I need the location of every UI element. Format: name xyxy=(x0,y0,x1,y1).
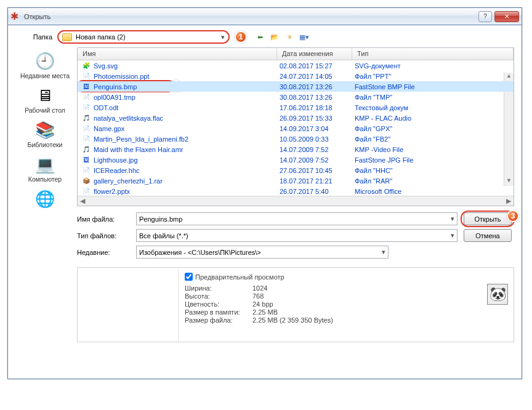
column-name[interactable]: Имя xyxy=(78,48,277,60)
file-date: 10.05.2009 0:33 xyxy=(280,135,355,143)
column-date[interactable]: Дата изменения xyxy=(277,48,352,60)
file-type: FastStone JPG File xyxy=(355,156,514,164)
file-name: natalya_vetlitskaya.flac xyxy=(94,115,280,122)
list-header[interactable]: Имя Дата изменения Тип xyxy=(78,48,514,60)
file-type: Файл "FB2" xyxy=(355,135,514,143)
file-date: 18.07.2017 21:21 xyxy=(280,177,355,185)
horizontal-scrollbar[interactable]: ◀▶ xyxy=(78,196,514,206)
toolbar-icons: ⬅ 📂 ✳ ▦▾ xyxy=(254,31,310,42)
file-name: Penguins.bmp xyxy=(94,83,280,90)
file-name: Svg.svg xyxy=(94,62,280,70)
desktop-icon: 🖥 xyxy=(35,86,55,105)
file-row[interactable]: 📄Name.gpx14.09.2017 3:04Файл "GPX" xyxy=(78,123,514,134)
file-date: 14.07.2009 7:52 xyxy=(280,146,355,153)
view-menu-icon[interactable]: ▦▾ xyxy=(299,31,310,42)
folder-row: Папка Новая папка (2) ▾ 1 ⬅ 📂 ✳ ▦▾ xyxy=(15,30,514,44)
file-icon: 📦 xyxy=(81,177,91,185)
place-desktop[interactable]: 🖥Рабочий стол xyxy=(18,83,72,116)
file-icon: 🎵 xyxy=(81,145,91,154)
help-button[interactable]: ? xyxy=(478,11,492,22)
open-button[interactable]: Открыть xyxy=(464,212,512,225)
file-type: KMP - FLAC Audio xyxy=(355,115,514,122)
chevron-down-icon[interactable]: ▾ xyxy=(451,215,454,223)
preview-checkbox[interactable]: Предварительный просмотр xyxy=(185,273,284,281)
file-type: SVG-документ xyxy=(355,62,514,70)
file-row[interactable]: 🧩Svg.svg02.08.2017 15:27SVG-документ xyxy=(78,60,514,71)
app-icon: ✱ xyxy=(10,12,20,22)
file-icon: 🖼 xyxy=(81,156,91,164)
new-folder-icon[interactable]: ✳ xyxy=(284,31,295,42)
file-icon: 🎵 xyxy=(81,114,91,123)
filename-label: Имя файла: xyxy=(77,215,130,223)
file-icon: 📄 xyxy=(81,124,91,133)
file-row[interactable]: 📄Martin_Pesn_lda_i_plameni.fb210.05.2009… xyxy=(78,134,514,144)
folder-icon xyxy=(62,33,72,41)
file-icon: 🖼 xyxy=(81,82,91,91)
file-icon: 📄 xyxy=(81,103,91,112)
file-date: 30.08.2017 13:26 xyxy=(280,94,355,101)
libraries-icon: 📚 xyxy=(35,120,55,140)
chevron-down-icon: ▾ xyxy=(221,33,225,41)
file-date: 17.06.2017 18:18 xyxy=(280,104,355,111)
back-icon[interactable]: ⬅ xyxy=(254,31,265,42)
filename-input[interactable]: Penguins.bmp▾ xyxy=(136,212,457,225)
file-row[interactable]: 📄ODT.odt17.06.2017 18:18Текстовый докум xyxy=(78,102,514,113)
file-row[interactable]: 🖼Penguins.bmp30.08.2017 13:26FastStone B… xyxy=(78,81,514,92)
list-rows[interactable]: ▲▼ 🧩Svg.svg02.08.2017 15:27SVG-документ📄… xyxy=(78,60,514,196)
cancel-button[interactable]: Отмена xyxy=(464,229,512,242)
chevron-down-icon[interactable]: ▾ xyxy=(451,231,454,239)
file-name: Lighthouse.jpg xyxy=(94,156,280,164)
file-date: 26.09.2017 15:33 xyxy=(280,115,355,122)
file-type: Файл "RAR" xyxy=(355,177,514,185)
file-row[interactable]: 📄opl00A91.tmp30.08.2017 13:26Файл "TMP" xyxy=(78,92,514,102)
file-date: 27.06.2017 10:45 xyxy=(280,167,355,174)
network-icon: 🌐 xyxy=(35,189,55,209)
preview-table: Ширина:1024 Высота:768 Цветность:24 bpp … xyxy=(185,284,507,324)
file-row[interactable]: 📄Photoemission.ppt24.07.2017 14:05Файл "… xyxy=(78,71,514,81)
computer-icon: 💻 xyxy=(35,155,55,174)
chevron-down-icon[interactable]: ▾ xyxy=(382,248,385,256)
place-recent[interactable]: 🕘Недавние места xyxy=(18,49,72,82)
file-row[interactable]: 🎵natalya_vetlitskaya.flac26.09.2017 15:3… xyxy=(78,113,514,123)
folder-dropdown[interactable]: Новая папка (2) ▾ xyxy=(57,30,230,44)
place-network[interactable]: 🌐 xyxy=(18,187,72,212)
close-button[interactable]: ✕ xyxy=(494,11,519,22)
file-row[interactable]: 🎵Maid with the Flaxen Hair.amr14.07.2009… xyxy=(78,144,514,155)
dialog-body: Папка Новая папка (2) ▾ 1 ⬅ 📂 ✳ ▦▾ 🕘Неда… xyxy=(8,25,522,350)
file-list[interactable]: Имя Дата изменения Тип ▲▼ 🧩Svg.svg02.08.… xyxy=(77,47,514,206)
file-name: ODT.odt xyxy=(94,104,280,111)
window-title: Открыть xyxy=(24,13,478,20)
column-type[interactable]: Тип xyxy=(352,48,514,60)
places-bar: 🕘Недавние места 🖥Рабочий стол 📚Библиотек… xyxy=(15,47,75,342)
file-type: Файл "GPX" xyxy=(355,125,514,132)
file-name: Name.gpx xyxy=(94,125,280,132)
file-type: Текстовый докум xyxy=(355,104,514,111)
field-grid: Имя файла: Penguins.bmp▾ Открыть Тип фай… xyxy=(77,212,514,262)
up-folder-icon[interactable]: 📂 xyxy=(269,31,280,42)
file-row[interactable]: 📄flower2.pptx26.07.2017 5:40Microsoft Of… xyxy=(78,186,514,196)
recent-dropdown[interactable]: Изображения - <C:\Users\ПК\Pictures\>▾ xyxy=(136,246,389,259)
place-computer[interactable]: 💻Компьютер xyxy=(18,152,72,185)
preview-thumbnail xyxy=(78,268,179,342)
place-libraries[interactable]: 📚Библиотеки xyxy=(18,118,72,151)
file-row[interactable]: 📄ICEReader.hhc27.06.2017 10:45Файл "HHC" xyxy=(78,165,514,175)
file-type: KMP -Video File xyxy=(355,146,514,153)
recent-label: Недавние: xyxy=(77,249,130,256)
annotation-badge-3: 3 xyxy=(507,210,519,222)
file-date: 30.08.2017 13:26 xyxy=(280,83,355,90)
filetype-dropdown[interactable]: Все файлы (*.*)▾ xyxy=(136,229,457,242)
file-date: 02.08.2017 15:27 xyxy=(280,62,355,70)
files-area: Имя Дата изменения Тип ▲▼ 🧩Svg.svg02.08.… xyxy=(77,47,514,342)
titlebar[interactable]: ✱ Открыть ? ✕ xyxy=(8,8,522,25)
file-icon: 📄 xyxy=(81,135,91,143)
file-icon: 🧩 xyxy=(81,62,91,70)
preview-panel: Предварительный просмотр Ширина:1024 Выс… xyxy=(77,267,514,342)
file-row[interactable]: 🖼Lighthouse.jpg14.07.2009 7:52FastStone … xyxy=(78,155,514,165)
file-row[interactable]: 📦gallery_chertezhi_1.rar18.07.2017 21:21… xyxy=(78,175,514,186)
user-avatar: 🐼 xyxy=(487,284,508,305)
file-name: Martin_Pesn_lda_i_plameni.fb2 xyxy=(94,135,280,143)
folder-name: Новая папка (2) xyxy=(76,33,126,41)
folder-label: Папка xyxy=(15,33,52,41)
file-name: flower2.pptx xyxy=(94,188,280,195)
file-icon: 📄 xyxy=(81,72,91,81)
